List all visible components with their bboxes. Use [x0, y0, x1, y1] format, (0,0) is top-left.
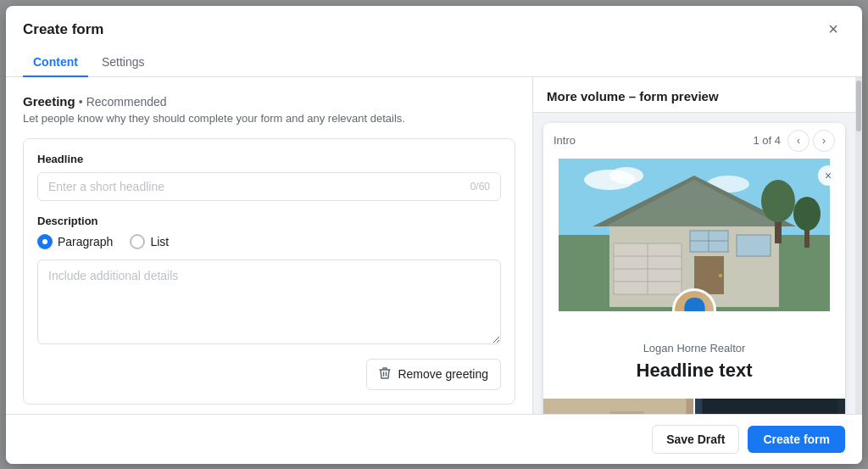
bottom-image-1	[543, 399, 693, 414]
svg-rect-20	[737, 235, 771, 256]
svg-point-3	[609, 167, 643, 184]
preview-headline-text: Headline text	[560, 360, 828, 382]
nav-arrows: ‹ ›	[787, 130, 835, 152]
headline-char-count: 0/60	[470, 181, 490, 193]
headline-input[interactable]	[48, 180, 470, 193]
close-icon: ×	[828, 20, 838, 39]
right-panel-wrapper: More volume – form preview Intro 1 of 4	[533, 77, 862, 414]
svg-point-23	[761, 180, 795, 222]
save-draft-button[interactable]: Save Draft	[652, 425, 739, 454]
description-textarea[interactable]	[37, 260, 501, 344]
preview-bottom-images	[543, 399, 845, 414]
description-section: Description Paragraph List	[37, 215, 501, 347]
remove-greeting-label: Remove greeting	[398, 367, 488, 381]
description-label: Description	[37, 215, 501, 227]
preview-house-image: × 👤	[543, 159, 845, 311]
section-description: Let people know why they should complete…	[23, 112, 515, 125]
headline-input-wrapper: 0/60	[37, 172, 501, 201]
radio-paragraph-label: Paragraph	[58, 235, 113, 248]
modal-header: Create form ×	[6, 6, 862, 42]
preview-card: Intro 1 of 4 ‹ ›	[543, 123, 845, 414]
tab-content[interactable]: Content	[23, 48, 88, 77]
remove-greeting-container: Remove greeting	[37, 347, 501, 390]
realtor-name: Logan Horne Realtor	[560, 342, 828, 355]
image-close-button[interactable]: ×	[818, 165, 838, 186]
prev-arrow-icon: ‹	[797, 135, 800, 147]
preview-nav-controls: 1 of 4 ‹ ›	[753, 130, 835, 152]
greeting-form-card: Headline 0/60 Description Paragraph	[23, 138, 515, 405]
preview-nav-intro-label: Intro	[554, 134, 576, 147]
modal-tabs: Content Settings	[6, 42, 862, 77]
headline-label: Headline	[37, 153, 501, 165]
modal-footer: Save Draft Create form	[6, 414, 862, 464]
preview-header: More volume – form preview	[533, 77, 855, 113]
modal-title: Create form	[23, 21, 103, 38]
preview-body: Intro 1 of 4 ‹ ›	[533, 113, 855, 414]
next-arrow-icon: ›	[822, 135, 826, 147]
modal: Create form × Content Settings Greeting …	[6, 6, 862, 464]
person-silhouette: 👤	[676, 299, 714, 311]
close-button[interactable]: ×	[821, 18, 845, 42]
next-arrow-button[interactable]: ›	[813, 130, 835, 152]
radio-list-indicator	[130, 234, 145, 249]
left-panel: Greeting • Recommended Let people know w…	[6, 77, 533, 414]
bottom-image-2	[695, 399, 845, 414]
preview-title: More volume – form preview	[547, 89, 842, 103]
modal-body: Greeting • Recommended Let people know w…	[6, 77, 862, 414]
image-close-icon: ×	[825, 169, 832, 182]
section-heading: Greeting • Recommended	[23, 94, 515, 109]
radio-list[interactable]: List	[130, 234, 169, 249]
remove-greeting-button[interactable]: Remove greeting	[366, 359, 501, 390]
preview-nav-pages: 1 of 4	[753, 134, 781, 147]
svg-point-25	[793, 197, 821, 231]
recommended-badge: • Recommended	[79, 95, 167, 109]
radio-list-label: List	[150, 235, 169, 248]
svg-point-15	[719, 274, 722, 277]
trash-icon	[379, 366, 391, 382]
scrollbar-thumb[interactable]	[856, 81, 861, 131]
right-panel: More volume – form preview Intro 1 of 4	[533, 77, 855, 414]
prev-arrow-button[interactable]: ‹	[787, 130, 810, 152]
right-scrollbar	[855, 77, 862, 414]
modal-overlay: Create form × Content Settings Greeting …	[0, 0, 868, 469]
create-form-button[interactable]: Create form	[748, 426, 845, 453]
description-radio-group: Paragraph List	[37, 234, 501, 249]
svg-rect-31	[703, 399, 838, 414]
radio-paragraph-indicator	[37, 234, 53, 249]
radio-paragraph[interactable]: Paragraph	[37, 234, 113, 249]
preview-content: Logan Horne Realtor Headline text	[543, 311, 845, 399]
tab-settings[interactable]: Settings	[92, 48, 155, 77]
preview-nav: Intro 1 of 4 ‹ ›	[543, 123, 845, 159]
